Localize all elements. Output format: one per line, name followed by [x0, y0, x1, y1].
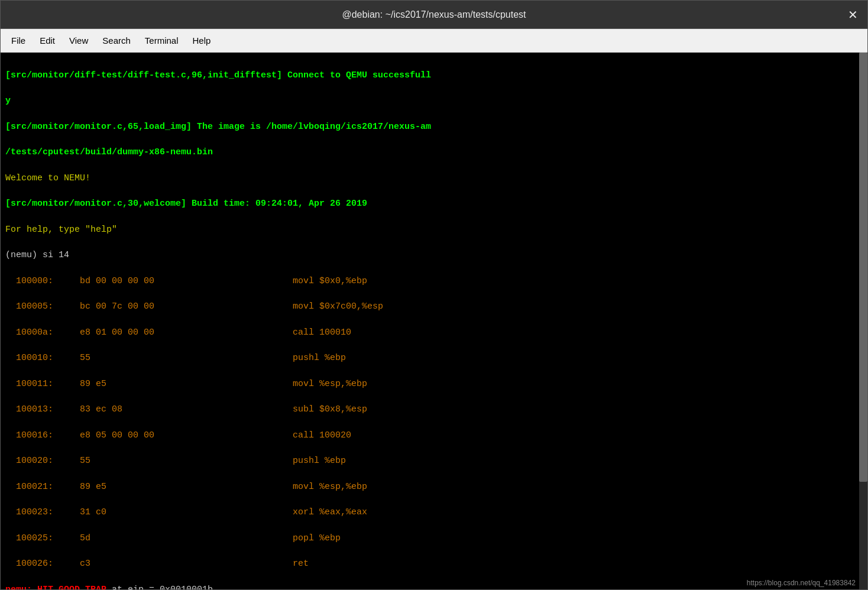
scrollbar[interactable]: [859, 53, 867, 589]
scrollbar-thumb[interactable]: [859, 53, 867, 482]
menu-search[interactable]: Search: [96, 33, 137, 48]
title-bar: @debian: ~/ics2017/nexus-am/tests/cputes…: [1, 1, 867, 29]
terminal-output: [src/monitor/diff-test/diff-test.c,96,in…: [5, 56, 863, 589]
disasm-line-6: 100013: 83 ec 08 subl $0x8,%esp: [5, 403, 863, 416]
disasm-line-4: 100010: 55 pushl %ebp: [5, 352, 863, 365]
output-line-5: Welcome to NEMU!: [5, 172, 863, 185]
output-line-8: (nemu) si 14: [5, 249, 863, 262]
menu-edit[interactable]: Edit: [34, 33, 61, 48]
disasm-line-5: 100011: 89 e5 movl %esp,%ebp: [5, 378, 863, 391]
output-line-6: [src/monitor/monitor.c,30,welcome] Build…: [5, 197, 863, 210]
disasm-line-2: 100005: bc 00 7c 00 00 movl $0x7c00,%esp: [5, 300, 863, 313]
window-title: @debian: ~/ics2017/nexus-am/tests/cputes…: [342, 9, 526, 20]
disasm-line-7: 100016: e8 05 00 00 00 call 100020: [5, 429, 863, 442]
menu-terminal[interactable]: Terminal: [139, 33, 184, 48]
menu-view[interactable]: View: [63, 33, 94, 48]
disasm-line-9: 100021: 89 e5 movl %esp,%ebp: [5, 481, 863, 494]
trap-line: nemu: HIT GOOD TRAP at eip = 0x0010001b: [5, 583, 863, 589]
disasm-line-10: 100023: 31 c0 xorl %eax,%eax: [5, 506, 863, 519]
output-line-4: /tests/cputest/build/dummy-x86-nemu.bin: [5, 146, 863, 159]
disasm-line-12: 100026: c3 ret: [5, 557, 863, 570]
disasm-line-8: 100020: 55 pushl %ebp: [5, 455, 863, 468]
terminal-window: @debian: ~/ics2017/nexus-am/tests/cputes…: [0, 0, 868, 590]
disasm-line-3: 10000a: e8 01 00 00 00 call 100010: [5, 326, 863, 339]
output-line-2: y: [5, 95, 863, 108]
menu-bar: File Edit View Search Terminal Help: [1, 29, 867, 53]
menu-file[interactable]: File: [5, 33, 31, 48]
close-button[interactable]: ✕: [848, 8, 858, 22]
output-line-7: For help, type "help": [5, 223, 863, 236]
menu-help[interactable]: Help: [187, 33, 217, 48]
terminal-area[interactable]: [src/monitor/diff-test/diff-test.c,96,in…: [1, 53, 867, 589]
disasm-line-1: 100000: bd 00 00 00 00 movl $0x0,%ebp: [5, 275, 863, 288]
disasm-line-11: 100025: 5d popl %ebp: [5, 532, 863, 545]
output-line-3: [src/monitor/monitor.c,65,load_img] The …: [5, 121, 863, 134]
status-url: https://blog.csdn.net/qq_41983842: [747, 579, 856, 587]
output-line-1: [src/monitor/diff-test/diff-test.c,96,in…: [5, 69, 863, 82]
